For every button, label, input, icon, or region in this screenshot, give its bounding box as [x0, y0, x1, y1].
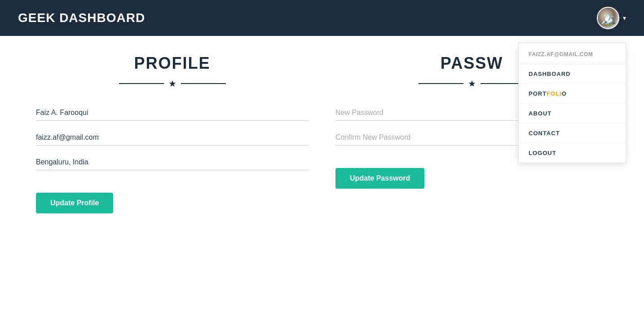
- header: GEEK DASHBOARD 🏔️ ▾ FAIZZ.AF@GMAIL.COM D…: [0, 0, 644, 36]
- location-field-group: [36, 155, 309, 170]
- avatar: 🏔️: [597, 7, 619, 29]
- sidebar-item-about[interactable]: ABOUT: [519, 104, 626, 124]
- name-field-group: [36, 105, 309, 121]
- star-icon: ★: [168, 78, 176, 89]
- profile-title: PROFILE: [36, 54, 309, 73]
- profile-section: PROFILE ★ Update Profile: [36, 54, 309, 213]
- star-icon2: ★: [468, 78, 476, 89]
- dropdown-email: FAIZZ.AF@GMAIL.COM: [519, 43, 626, 64]
- sidebar-item-contact[interactable]: CONTACT: [519, 124, 626, 143]
- user-menu-trigger[interactable]: 🏔️ ▾ FAIZZ.AF@GMAIL.COM DASHBOARD PORTFO…: [597, 7, 626, 29]
- divider-line-right: [181, 83, 226, 84]
- sidebar-item-dashboard[interactable]: DASHBOARD: [519, 64, 626, 84]
- profile-divider: ★: [36, 78, 309, 89]
- name-input[interactable]: [36, 105, 309, 121]
- divider-line-left: [119, 83, 164, 84]
- update-password-button[interactable]: Update Password: [335, 168, 424, 189]
- update-profile-button[interactable]: Update Profile: [36, 193, 113, 213]
- app-title: GEEK DASHBOARD: [18, 11, 145, 25]
- user-dropdown-menu: FAIZZ.AF@GMAIL.COM DASHBOARD PORTFOLIO A…: [518, 43, 626, 163]
- email-input[interactable]: [36, 130, 309, 146]
- sidebar-item-logout[interactable]: LOGOUT: [519, 143, 626, 163]
- divider-line-left2: [419, 83, 463, 84]
- location-input[interactable]: [36, 155, 309, 170]
- sidebar-item-portfolio[interactable]: PORTFOLIO: [519, 84, 626, 104]
- email-field-group: [36, 130, 309, 146]
- chevron-down-icon[interactable]: ▾: [623, 14, 626, 22]
